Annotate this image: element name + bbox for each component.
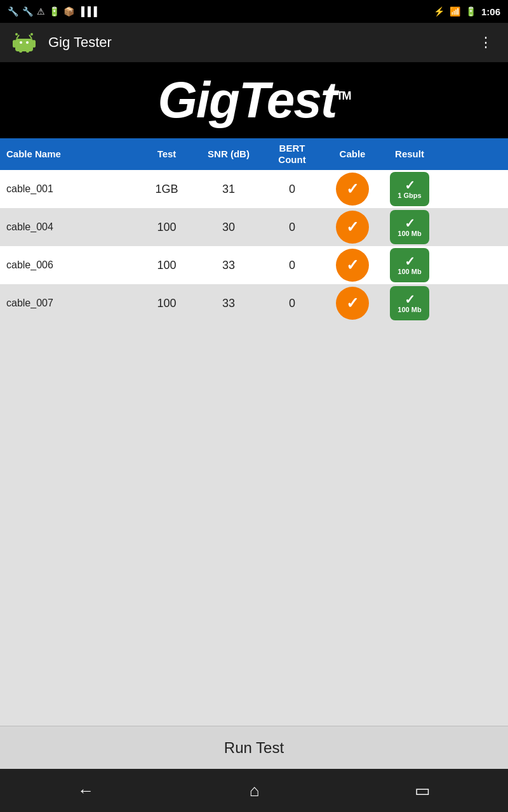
logo-banner: GigTestTM: [0, 62, 508, 138]
status-icons-right: ⚡ 📶 🔋 1:06: [434, 6, 500, 17]
result-cell: ✓ 100 Mb: [381, 248, 438, 282]
recents-button[interactable]: ▭: [415, 781, 431, 801]
cable-name-header: Cable Name: [0, 138, 137, 170]
back-button[interactable]: ←: [77, 781, 94, 801]
table-container: Cable Name Test SNR (dB) BERT Count Cabl…: [0, 138, 508, 726]
cable-check-badge: ✓: [336, 287, 369, 320]
result-check-icon: ✓: [404, 293, 415, 306]
bert-header: BERT Count: [260, 138, 324, 170]
result-label: 100 Mb: [398, 230, 421, 237]
table-row: cable_007 100 33 0 ✓ ✓ 100 Mb: [0, 284, 508, 322]
signal-icon: ▐▐▐: [78, 6, 97, 16]
result-check-icon: ✓: [404, 217, 415, 230]
bert-cell: 0: [260, 221, 324, 234]
empty-space: [0, 448, 508, 726]
cable-name-cell: cable_006: [0, 259, 137, 271]
battery-level-icon: 🔋: [465, 6, 476, 16]
cable-check-cell: ✓: [324, 173, 381, 206]
result-badge: ✓ 100 Mb: [390, 248, 429, 282]
cable-check-icon: ✓: [346, 294, 359, 312]
package-icon: 📦: [64, 6, 74, 16]
svg-rect-4: [26, 46, 29, 53]
svg-point-9: [15, 33, 18, 36]
cable-header: Cable: [324, 138, 381, 170]
svg-point-6: [26, 41, 29, 44]
run-test-button[interactable]: Run Test: [224, 739, 284, 757]
settings-icon: 🔧: [22, 6, 33, 16]
bluetooth-icon: ⚡: [434, 6, 444, 16]
bert-cell: 0: [260, 259, 324, 272]
cable-check-badge: ✓: [336, 211, 369, 244]
table-row: cable_004 100 30 0 ✓ ✓ 100 Mb: [0, 208, 508, 246]
result-cell: ✓ 100 Mb: [381, 286, 438, 320]
test-cell: 100: [137, 297, 197, 310]
result-cell: ✓ 1 Gbps: [381, 172, 438, 206]
result-check-icon: ✓: [404, 179, 415, 192]
table-row: cable_006 100 33 0 ✓ ✓ 100 Mb: [0, 246, 508, 284]
cable-check-icon: ✓: [346, 256, 359, 274]
svg-rect-1: [13, 40, 16, 48]
wifi-icon: 📶: [450, 6, 460, 16]
cable-check-badge: ✓: [336, 249, 369, 282]
cable-check-icon: ✓: [346, 218, 359, 236]
result-label: 1 Gbps: [398, 192, 421, 199]
cable-name-cell: cable_004: [0, 221, 137, 233]
result-label: 100 Mb: [398, 306, 421, 313]
bert-cell: 0: [260, 183, 324, 196]
app-icon: [10, 29, 38, 56]
test-cell: 100: [137, 259, 197, 272]
cable-name-cell: cable_001: [0, 183, 137, 195]
home-button[interactable]: ⌂: [250, 781, 260, 801]
result-header: Result: [381, 138, 438, 170]
test-cell: 1GB: [137, 183, 197, 196]
svg-rect-0: [15, 39, 33, 51]
alert-icon: ⚠: [37, 6, 45, 16]
result-badge: ✓ 100 Mb: [390, 286, 429, 320]
test-cell: 100: [137, 221, 197, 234]
wrench-icon: 🔧: [8, 6, 18, 16]
cable-check-badge: ✓: [336, 173, 369, 206]
status-time: 1:06: [481, 6, 500, 17]
table-header: Cable Name Test SNR (dB) BERT Count Cabl…: [0, 138, 508, 170]
cable-name-cell: cable_007: [0, 298, 137, 309]
app-bar: Gig Tester ⋮: [0, 23, 508, 62]
snr-cell: 31: [197, 183, 260, 196]
menu-button[interactable]: ⋮: [474, 29, 498, 56]
svg-rect-2: [32, 40, 36, 48]
bert-cell: 0: [260, 297, 324, 310]
cable-check-icon: ✓: [346, 180, 359, 198]
logo-text: GigTestTM: [158, 71, 351, 129]
result-cell: ✓ 100 Mb: [381, 210, 438, 244]
result-badge: ✓ 1 Gbps: [390, 172, 429, 206]
status-bar: 🔧 🔧 ⚠ 🔋 📦 ▐▐▐ ⚡ 📶 🔋 1:06: [0, 0, 508, 23]
table-body: cable_001 1GB 31 0 ✓ ✓ 1 Gbps cable_004 …: [0, 170, 508, 448]
svg-rect-3: [19, 46, 22, 53]
result-label: 100 Mb: [398, 268, 421, 275]
snr-cell: 30: [197, 221, 260, 234]
table-row: cable_001 1GB 31 0 ✓ ✓ 1 Gbps: [0, 170, 508, 208]
logo-tm: TM: [336, 89, 350, 102]
cable-check-cell: ✓: [324, 211, 381, 244]
svg-point-5: [20, 41, 22, 44]
battery-icon: 🔋: [49, 6, 60, 16]
result-badge: ✓ 100 Mb: [390, 210, 429, 244]
run-test-bar: Run Test: [0, 726, 508, 769]
nav-bar: ← ⌂ ▭: [0, 769, 508, 812]
result-check-icon: ✓: [404, 255, 415, 268]
app-title: Gig Tester: [48, 34, 474, 51]
svg-point-10: [30, 33, 33, 36]
cable-check-cell: ✓: [324, 249, 381, 282]
cable-check-cell: ✓: [324, 287, 381, 320]
snr-header: SNR (dB): [197, 138, 260, 170]
snr-cell: 33: [197, 259, 260, 272]
test-header: Test: [137, 138, 197, 170]
status-icons-left: 🔧 🔧 ⚠ 🔋 📦 ▐▐▐: [8, 6, 97, 16]
snr-cell: 33: [197, 297, 260, 310]
logo-gigtest: GigTest: [158, 72, 337, 128]
